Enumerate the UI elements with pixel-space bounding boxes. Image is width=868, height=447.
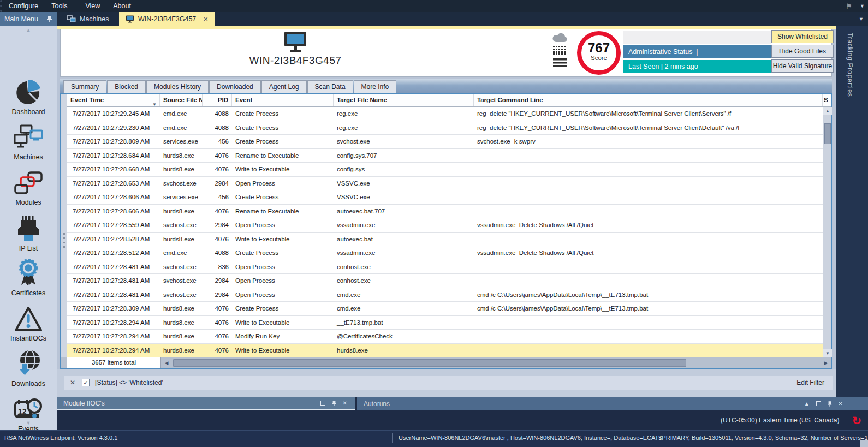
sidebar-item-events[interactable]: 12 Events (0, 390, 57, 433)
filter-checkbox[interactable]: ✓ (82, 379, 90, 386)
table-row[interactable]: 7/27/2017 10:27:28.481 AMsvchost.exe2984… (67, 288, 823, 302)
sidebar-item-modules[interactable]: Modules (0, 164, 57, 206)
table-row[interactable]: 7/27/2017 10:27:29.230 AMcmd.exe4088Crea… (67, 121, 823, 135)
tab-more-info[interactable]: More Info (354, 80, 397, 93)
tracking-properties-tab[interactable]: Tracking Properties (846, 33, 854, 97)
vertical-scrollbar[interactable]: ▲ ▼ (823, 107, 831, 357)
scroll-right-icon[interactable]: ▶ (822, 359, 830, 367)
tab-modules-history[interactable]: Modules History (146, 80, 209, 93)
left-gutter[interactable] (61, 94, 67, 357)
table-row[interactable]: 7/27/2017 10:27:28.668 AMhurds8.exe4076W… (67, 163, 823, 177)
administrative-status-bar[interactable]: Administrative Status | (623, 45, 771, 58)
sidebar-item-instantiocs[interactable]: InstantIOCs (0, 300, 57, 342)
dotted-grid-icon[interactable] (553, 46, 567, 55)
column-event[interactable]: Event (232, 94, 334, 106)
scroll-down-icon[interactable]: ▼ (823, 349, 832, 357)
module-iiocs-panel[interactable]: Module IIOC's ✕ (57, 397, 355, 410)
sidebar-item-ip-list[interactable]: IP List (0, 210, 57, 252)
table-row[interactable]: 7/27/2017 10:27:28.653 AMsvchost.exe2984… (67, 177, 823, 191)
tab-machine-detail[interactable]: WIN-2I3B4F3G457 ✕ (119, 12, 215, 26)
sidebar-scroll-up-icon[interactable]: ▲ (0, 27, 57, 33)
column-target-command-line[interactable]: Target Command Line (474, 94, 823, 106)
splitter-handle[interactable] (63, 233, 65, 249)
expand-up-icon[interactable]: ▲ (804, 401, 810, 407)
scroll-up-icon[interactable]: ▲ (823, 107, 832, 115)
pin-icon[interactable] (332, 400, 336, 407)
monitor-icon (238, 31, 353, 54)
tab-scan-data[interactable]: Scan Data (307, 80, 353, 93)
separator (714, 415, 714, 426)
menu-view[interactable]: View (79, 0, 106, 12)
cell-event: Create Process (232, 121, 334, 135)
chevron-down-icon[interactable]: ▼ (860, 3, 865, 9)
table-row[interactable]: 7/27/2017 10:27:28.481 AMsvchost.exe2984… (67, 274, 823, 288)
table-row[interactable]: 7/27/2017 10:27:28.528 AMhurds8.exe4076W… (67, 233, 823, 247)
resize-grip[interactable] (860, 440, 868, 447)
menu-configure[interactable]: Configure (2, 0, 45, 12)
cell-target: conhost.exe (334, 260, 474, 274)
vertical-scroll-thumb[interactable] (824, 123, 831, 144)
cloud-icon[interactable] (552, 32, 568, 43)
column-source-file-name[interactable]: Source File Name (160, 94, 203, 106)
cell-target: VSSVC.exe (334, 190, 474, 204)
tab-summary[interactable]: Summary (63, 80, 106, 93)
column-event-time[interactable]: Event Time▼ (67, 94, 160, 106)
tab-machines[interactable]: Machines (60, 12, 116, 26)
tab-agent-log[interactable]: Agent Log (261, 80, 307, 93)
table-row[interactable]: 7/27/2017 10:27:28.294 AMhurds8.exe4076M… (67, 330, 823, 344)
sidebar-item-downloads[interactable]: Downloads (0, 345, 57, 388)
cell-pid: 2984 (203, 218, 232, 232)
maximize-icon[interactable] (816, 401, 821, 406)
hamburger-menu-icon[interactable] (553, 58, 567, 67)
sidebar-item-dashboard[interactable]: Dashboard (0, 73, 57, 116)
table-row[interactable]: 7/27/2017 10:27:28.481 AMsvchost.exe836O… (67, 260, 823, 275)
cell-time: 7/27/2017 10:27:28.606 AM (67, 190, 160, 204)
cell-cmd: reg delete "HKEY_CURRENT_USER\Software\M… (474, 107, 823, 121)
table-row[interactable]: 7/27/2017 10:27:28.294 AMhurds8.exe4076W… (67, 344, 823, 358)
column-target-file-name[interactable]: Target File Name (334, 94, 474, 106)
table-row[interactable]: 7/27/2017 10:27:28.512 AMcmd.exe4088Crea… (67, 246, 823, 260)
close-icon[interactable]: ✕ (203, 16, 208, 23)
table-row[interactable]: 7/27/2017 10:27:28.559 AMsvchost.exe2984… (67, 218, 823, 233)
refresh-icon[interactable]: ↻ (852, 415, 861, 426)
menu-tools[interactable]: Tools (45, 0, 74, 12)
close-icon[interactable]: ✕ (839, 401, 843, 407)
sidebar-item-machines[interactable]: Machines (0, 118, 57, 161)
maximize-icon[interactable] (320, 401, 325, 406)
table-row[interactable]: 7/27/2017 10:27:28.309 AMhurds8.exe4076C… (67, 302, 823, 316)
table-row[interactable]: 7/27/2017 10:27:28.684 AMhurds8.exe4076R… (67, 149, 823, 163)
flag-icon[interactable]: ⚑ (846, 2, 852, 10)
column-pid[interactable]: PID (203, 94, 232, 106)
menu-about[interactable]: About (106, 0, 138, 12)
table-row[interactable]: 7/27/2017 10:27:28.294 AMhurds8.exe4076W… (67, 316, 823, 330)
pin-icon[interactable] (47, 15, 52, 23)
show-whitelisted-button[interactable]: Show Whitelisted (771, 30, 834, 43)
table-row[interactable]: 7/27/2017 10:27:28.606 AMservices.exe456… (67, 190, 823, 205)
hide-valid-signature-button[interactable]: Hide Valid Signature (771, 59, 834, 73)
pin-icon[interactable] (828, 401, 832, 407)
autoruns-panel[interactable]: Autoruns ▲ ✕ (357, 397, 868, 410)
tab-downloaded[interactable]: Downloaded (209, 80, 261, 93)
tab-blocked[interactable]: Blocked (107, 80, 146, 93)
cell-pid: 456 (203, 190, 232, 204)
close-icon[interactable]: ✕ (343, 401, 347, 406)
cell-event: Create Process (232, 135, 334, 148)
sidebar-scroll-down-icon[interactable]: ▼ (0, 420, 57, 426)
sidebar-item-certificates[interactable]: Certificates (0, 254, 57, 297)
scroll-left-icon[interactable]: ◀ (162, 359, 171, 367)
table-row[interactable]: 7/27/2017 10:27:28.809 AMservices.exe456… (67, 135, 823, 149)
main-menu-header[interactable]: Main Menu (0, 12, 57, 26)
chevron-down-icon[interactable]: ▼ (859, 16, 864, 22)
hide-good-files-button[interactable]: Hide Good Files (771, 45, 834, 58)
clear-filter-icon[interactable]: ✕ (70, 379, 75, 386)
ethernet-plug-icon (16, 216, 40, 243)
sidebar-item-partial-icon[interactable] (17, 413, 39, 419)
table-row[interactable]: 7/27/2017 10:27:29.245 AMcmd.exe4088Crea… (67, 107, 823, 121)
column-status-clipped[interactable]: S (823, 94, 831, 106)
tab-machines-label: Machines (80, 15, 109, 23)
cell-target: vssadmin.exe (334, 246, 474, 260)
horizontal-scroll-thumb[interactable] (173, 359, 686, 367)
table-row[interactable]: 7/27/2017 10:27:28.606 AMhurds8.exe4076R… (67, 205, 823, 219)
timezone-label[interactable]: (UTC-05:00) Eastern Time (US Canada) (721, 416, 839, 424)
edit-filter-link[interactable]: Edit Filter (796, 379, 824, 386)
